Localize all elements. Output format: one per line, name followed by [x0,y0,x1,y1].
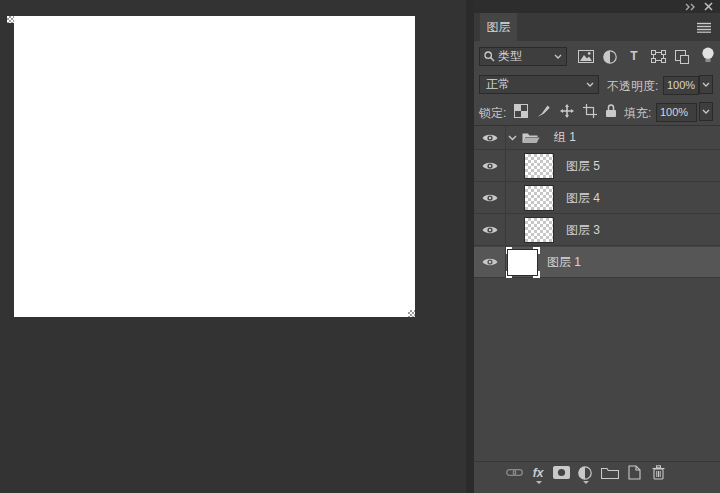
folder-open-icon [519,131,543,144]
lock-label: 锁定: [479,105,506,122]
layers-panel: 图层 类型 T [474,0,720,493]
lock-image-pixels-icon[interactable] [536,103,552,118]
tab-layers-label: 图层 [487,19,511,36]
eye-icon [482,133,498,143]
layer-style-icon[interactable]: fx [527,464,549,482]
layer-name: 图层 4 [566,190,600,207]
layer-name: 图层 5 [566,158,600,175]
layer-name: 组 1 [554,129,576,146]
opacity-slider-button[interactable] [699,75,713,94]
eye-icon [482,193,498,203]
layer-name: 图层 3 [566,222,600,239]
fill-slider-button[interactable] [699,102,713,121]
filter-adjustment-layers-icon[interactable] [601,49,619,64]
panel-menu-icon[interactable] [696,21,712,33]
layer-thumbnail[interactable] [524,185,554,211]
type-glyph: T [630,49,637,63]
visibility-toggle[interactable] [474,193,505,203]
add-layer-mask-icon[interactable] [549,464,573,482]
lock-position-icon[interactable] [559,103,575,118]
filter-smart-objects-icon[interactable] [673,49,691,64]
lock-transparent-pixels-icon[interactable] [513,103,529,118]
opacity-label: 不透明度: [607,78,658,95]
filter-toggle-icon[interactable] [700,46,715,64]
adjustment-menu-arrow [583,481,589,484]
layer-row[interactable]: 图层 5 [474,151,720,182]
new-layer-icon[interactable] [622,464,646,482]
lock-all-icon[interactable] [603,102,618,118]
filter-type-value: 类型 [498,48,550,65]
layer-thumbnail[interactable] [524,217,554,243]
eye-icon [482,257,498,267]
new-adjustment-layer-icon[interactable] [573,464,597,482]
chevron-down-icon [582,82,598,87]
panel-dock-divider [466,0,474,493]
opacity-input[interactable] [663,76,699,95]
visibility-toggle[interactable] [474,225,505,235]
group-expander-icon[interactable] [505,135,519,141]
blend-mode-dropdown[interactable]: 正常 [479,75,599,94]
layer-thumbnail-selected[interactable] [507,249,538,276]
visibility-toggle[interactable] [474,257,505,267]
layers-panel-body: 类型 T [474,41,720,493]
visibility-toggle[interactable] [474,161,505,171]
filter-shape-layers-icon[interactable] [649,49,667,64]
fx-label: fx [533,466,544,480]
panel-title-strip [474,0,720,13]
layer-row[interactable]: 图层 4 [474,183,720,214]
link-layers-icon[interactable] [501,464,527,482]
layer-row[interactable]: 图层 3 [474,215,720,246]
collapse-panels-icon[interactable] [684,2,696,11]
layer-thumbnail[interactable] [524,153,554,179]
fx-menu-arrow [536,481,542,484]
layer-row-group[interactable]: 组 1 [474,126,720,150]
photoshop-workspace: { "colors": { "app_bg": "#333333", "pane… [0,0,720,493]
canvas-corner-transparency [7,16,14,23]
search-icon [480,51,498,62]
fill-input[interactable] [656,103,697,122]
visibility-toggle[interactable] [474,133,505,143]
layers-bottom-toolbar: fx [474,461,720,483]
layer-name: 图层 1 [547,254,581,271]
canvas-corner-transparency [408,310,415,317]
eye-icon [482,161,498,171]
fill-label: 填充: [624,105,651,122]
chevron-down-icon [550,54,566,59]
eye-column-divider [505,126,506,278]
new-group-icon[interactable] [597,464,622,482]
opacity-field[interactable] [663,75,699,94]
filter-type-dropdown[interactable]: 类型 [479,47,567,66]
layer-row-selected[interactable]: 图层 1 [474,247,720,278]
filter-pixel-layers-icon[interactable] [577,49,595,64]
filter-type-layers-icon[interactable]: T [626,48,642,64]
blend-mode-value: 正常 [480,76,582,93]
fill-field[interactable] [656,102,697,121]
tab-layers[interactable]: 图层 [480,13,517,41]
close-panel-icon[interactable] [703,2,713,11]
document-canvas[interactable] [14,16,415,317]
panel-tab-bar: 图层 [474,13,720,41]
eye-icon [482,225,498,235]
lock-artboard-icon[interactable] [582,103,598,118]
delete-layer-icon[interactable] [646,464,670,482]
